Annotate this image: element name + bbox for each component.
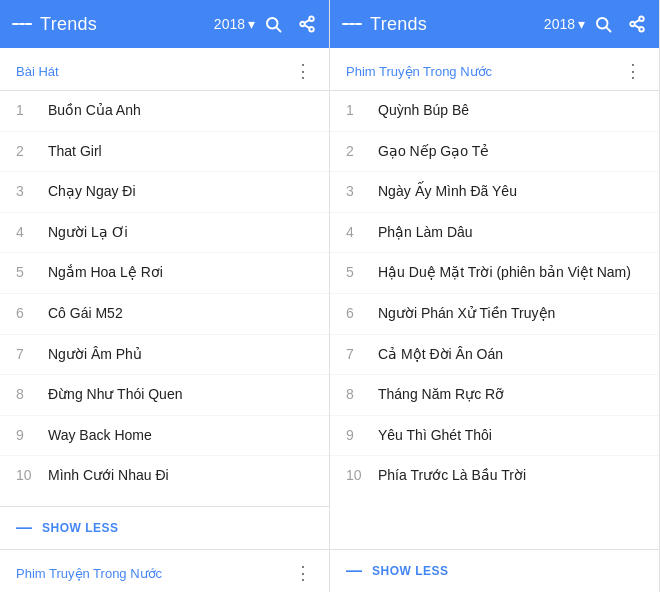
list-item: 6 Người Phán Xử Tiền Truyện	[330, 294, 659, 335]
list-item: 9 Way Back Home	[0, 416, 329, 457]
list-item: 7 Cả Một Đời Ân Oán	[330, 335, 659, 376]
list-item: 2 That Girl	[0, 132, 329, 173]
list-item: 7 Người Âm Phủ	[0, 335, 329, 376]
list-item: 10 Phía Trước Là Bầu Trời	[330, 456, 659, 496]
right-section1-more-icon[interactable]: ⋮	[624, 60, 643, 82]
svg-line-12	[634, 25, 639, 28]
left-section1-more-icon[interactable]: ⋮	[294, 60, 313, 82]
list-item: 2 Gạo Nếp Gạo Tẻ	[330, 132, 659, 173]
svg-line-6	[304, 20, 309, 23]
left-section2-header: Phim Truyện Trong Nước ⋮	[0, 549, 329, 592]
left-header: Trends 2018 ▾	[0, 0, 329, 48]
left-section1-header: Bài Hát ⋮	[0, 48, 329, 91]
left-section2-more-icon[interactable]: ⋮	[294, 562, 313, 584]
list-item: 3 Ngày Ấy Mình Đã Yêu	[330, 172, 659, 213]
list-item: 9 Yêu Thì Ghét Thôi	[330, 416, 659, 457]
left-section1-title: Bài Hát	[16, 64, 59, 79]
search-icon[interactable]	[263, 14, 283, 34]
svg-line-8	[606, 27, 610, 31]
left-panel: Trends 2018 ▾	[0, 0, 330, 592]
left-section1-list: 1 Buồn Của Anh 2 That Girl 3 Chạy Ngay Đ…	[0, 91, 329, 506]
right-search-icon[interactable]	[593, 14, 613, 34]
right-section1-list: 1 Quỳnh Búp Bê 2 Gạo Nếp Gạo Tẻ 3 Ngày Ấ…	[330, 91, 659, 549]
right-section1-header: Phim Truyện Trong Nước ⋮	[330, 48, 659, 91]
list-item: 6 Cô Gái M52	[0, 294, 329, 335]
list-item: 8 Đừng Như Thói Quen	[0, 375, 329, 416]
right-year-selector[interactable]: 2018 ▾	[544, 16, 585, 32]
show-less-label: SHOW LESS	[42, 521, 119, 535]
right-header: Trends 2018 ▾	[330, 0, 659, 48]
svg-line-5	[304, 25, 309, 28]
left-section2-title: Phim Truyện Trong Nước	[16, 566, 162, 581]
show-less-dash: —	[16, 519, 32, 537]
right-share-icon[interactable]	[627, 14, 647, 34]
list-item: 1 Quỳnh Búp Bê	[330, 91, 659, 132]
list-item: 5 Ngắm Hoa Lệ Rơi	[0, 253, 329, 294]
left-header-icons	[263, 14, 317, 34]
right-header-icons	[593, 14, 647, 34]
right-section1-title: Phim Truyện Trong Nước	[346, 64, 492, 79]
right-show-less-dash: —	[346, 562, 362, 580]
left-year-selector[interactable]: 2018 ▾	[214, 16, 255, 32]
svg-line-13	[634, 20, 639, 23]
left-header-title: Trends	[40, 14, 206, 35]
list-item: 5 Hậu Duệ Mặt Trời (phiên bản Việt Nam)	[330, 253, 659, 294]
share-icon[interactable]	[297, 14, 317, 34]
list-item: 4 Người Lạ Ơi	[0, 213, 329, 254]
right-panel: Trends 2018 ▾	[330, 0, 660, 592]
list-item: 3 Chạy Ngay Đi	[0, 172, 329, 213]
list-item: 1 Buồn Của Anh	[0, 91, 329, 132]
svg-line-1	[276, 27, 280, 31]
right-show-less-button[interactable]: — SHOW LESS	[330, 549, 659, 592]
left-show-less-button[interactable]: — SHOW LESS	[0, 506, 329, 549]
right-hamburger-icon[interactable]	[342, 14, 362, 34]
right-header-title: Trends	[370, 14, 536, 35]
list-item: 8 Tháng Năm Rực Rỡ	[330, 375, 659, 416]
hamburger-icon[interactable]	[12, 14, 32, 34]
right-show-less-label: SHOW LESS	[372, 564, 449, 578]
list-item: 10 Mình Cưới Nhau Đi	[0, 456, 329, 496]
list-item: 4 Phận Làm Dâu	[330, 213, 659, 254]
